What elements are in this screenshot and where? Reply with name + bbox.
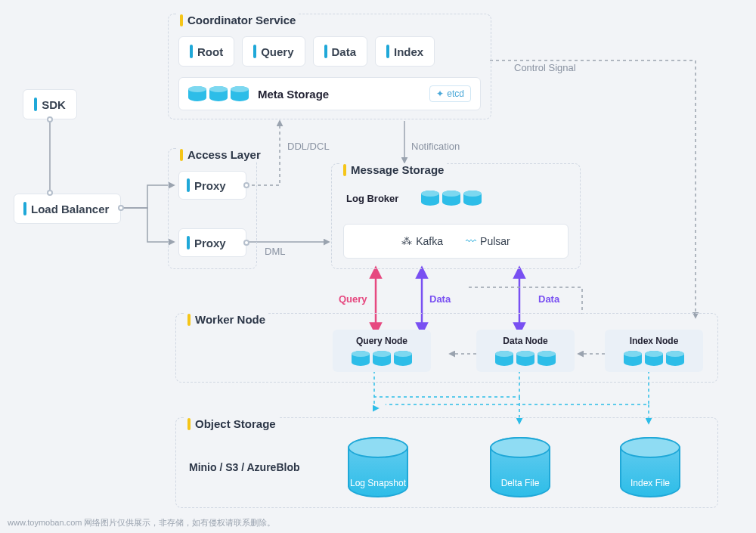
log-snapshot-cylinder: Log Snapshot <box>348 437 408 497</box>
kafka-icon: ⁂ <box>401 235 412 247</box>
database-icon <box>339 351 425 366</box>
meta-storage-label: Meta Storage <box>258 88 329 101</box>
dot-icon <box>243 182 249 188</box>
message-storage-title: Message Storage <box>340 163 447 176</box>
notification-label: Notification <box>411 141 460 152</box>
sdk-box: SDK <box>23 89 77 119</box>
sdk-label: SDK <box>26 93 73 116</box>
load-balancer-label: Load Balancer <box>23 202 109 215</box>
coord-data: Data <box>313 36 368 67</box>
proxy-box-2: Proxy <box>178 228 246 257</box>
query-node-box: Query Node <box>333 330 431 372</box>
object-storage-title: Object Storage <box>184 417 279 430</box>
worker-node-title: Worker Node <box>184 313 268 326</box>
log-broker-label: Log Broker <box>346 193 398 204</box>
database-icon <box>188 86 249 101</box>
dot-icon <box>243 240 249 246</box>
load-balancer-box: Load Balancer <box>14 194 121 224</box>
proxy-label: Proxy <box>187 236 226 249</box>
index-node-label: Index Node <box>611 336 697 346</box>
pulsar-icon: 〰 <box>466 235 476 247</box>
data-node-box: Data Node <box>476 330 575 372</box>
kafka-pulsar-box: ⁂Kafka 〰Pulsar <box>343 224 569 259</box>
query-node-label: Query Node <box>339 336 425 346</box>
database-icon <box>421 191 482 206</box>
index-file-cylinder: Index File <box>620 437 680 497</box>
coord-root: Root <box>178 36 234 67</box>
data-label-2: Data <box>538 293 559 305</box>
proxy-label: Proxy <box>187 178 226 192</box>
footer-disclaimer: www.toymoban.com 网络图片仅供展示，非存储，如有侵权请联系删除。 <box>8 517 275 528</box>
coord-index: Index <box>375 36 435 67</box>
kafka-item: ⁂Kafka <box>401 235 443 247</box>
database-icon <box>611 351 697 366</box>
meta-storage-box: Meta Storage etcd <box>178 77 481 110</box>
log-broker-row: Log Broker <box>346 191 482 206</box>
control-signal-label: Control Signal <box>514 62 576 73</box>
coordinator-row: Root Query Data Index <box>178 36 435 67</box>
dot-icon <box>47 190 53 196</box>
etcd-badge: etcd <box>429 85 471 102</box>
providers-label: Minio / S3 / AzureBlob <box>189 461 300 473</box>
coordinator-title: Coordinator Service <box>177 14 299 26</box>
data-label-1: Data <box>429 293 451 305</box>
pulsar-item: 〰Pulsar <box>466 235 510 247</box>
dot-icon <box>118 205 124 211</box>
dot-icon <box>47 116 53 122</box>
access-layer-title: Access Layer <box>177 148 264 161</box>
index-node-box: Index Node <box>605 330 703 372</box>
database-icon <box>482 351 569 366</box>
proxy-box-1: Proxy <box>178 171 246 200</box>
coord-query: Query <box>242 36 305 67</box>
ddl-label: DDL/DCL <box>287 141 330 152</box>
delta-file-cylinder: Delta File <box>490 437 550 497</box>
data-node-label: Data Node <box>482 336 569 346</box>
query-label: Query <box>339 293 367 305</box>
dml-label: DML <box>265 246 285 257</box>
